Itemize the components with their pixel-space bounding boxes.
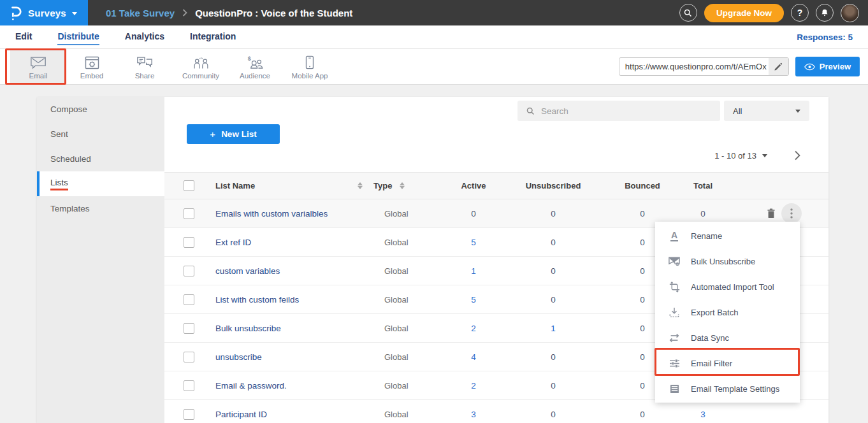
row-checkbox[interactable]: [184, 294, 194, 305]
pagination-range-dropdown[interactable]: 1 - 10 of 13: [714, 151, 767, 161]
template-settings-icon: [669, 383, 680, 394]
surveys-product-switcher[interactable]: Surveys: [0, 0, 88, 25]
list-name-link[interactable]: Bulk unsubscribe: [215, 324, 372, 333]
active-count[interactable]: 2: [448, 381, 499, 391]
active-count[interactable]: 0: [448, 209, 499, 219]
row-checkbox[interactable]: [184, 208, 194, 219]
list-name-link[interactable]: Ext ref ID: [215, 238, 372, 247]
table-row[interactable]: Participant ID Global 3 0 0 3: [164, 400, 828, 423]
new-list-button[interactable]: + New List: [187, 124, 280, 144]
column-header-unsubscribed: Unsubscribed: [499, 181, 607, 190]
unsubscribed-count[interactable]: 0: [499, 381, 607, 391]
active-count[interactable]: 5: [448, 238, 499, 247]
bounced-count[interactable]: 0: [607, 410, 677, 419]
total-count[interactable]: 0: [677, 209, 728, 219]
unsubscribed-count[interactable]: 0: [499, 352, 607, 362]
pagination-next-button[interactable]: [794, 150, 800, 161]
active-count[interactable]: 2: [448, 324, 499, 333]
top-bar: Surveys 01 Take Survey QuestionPro : Voi…: [0, 0, 868, 25]
column-header-list-name: List Name: [215, 181, 255, 190]
unsubscribed-count[interactable]: 0: [499, 295, 607, 305]
unsubscribed-count[interactable]: 0: [499, 266, 607, 276]
active-count[interactable]: 5: [448, 295, 499, 305]
list-search-input[interactable]: [541, 106, 720, 116]
list-filter-dropdown[interactable]: All: [724, 101, 809, 121]
sidebar-item-sent[interactable]: Sent: [37, 122, 164, 147]
menu-item-bulk-unsubscribe[interactable]: Bulk Unsubscribe: [655, 248, 800, 274]
active-count[interactable]: 4: [448, 352, 499, 362]
help-button[interactable]: ?: [791, 4, 809, 22]
envelope-icon: [30, 54, 47, 69]
toolbar-item-embed[interactable]: Embed: [66, 49, 117, 85]
user-avatar[interactable]: [841, 4, 859, 22]
import-crop-icon: [669, 281, 680, 292]
search-icon: [526, 106, 535, 116]
trash-icon: [766, 208, 776, 219]
tab-distribute[interactable]: Distribute: [57, 29, 99, 45]
list-name-link[interactable]: custom variables: [215, 266, 372, 276]
row-checkbox[interactable]: [184, 352, 194, 362]
active-count[interactable]: 3: [448, 410, 499, 419]
upgrade-now-button[interactable]: Upgrade Now: [704, 4, 784, 22]
sort-type-icon[interactable]: [400, 182, 405, 189]
sidebar-item-templates[interactable]: Templates: [37, 196, 164, 221]
active-count[interactable]: 1: [448, 266, 499, 276]
menu-item-email-template-settings[interactable]: Email Template Settings: [655, 376, 800, 401]
edit-url-button[interactable]: [769, 58, 788, 75]
tab-integration[interactable]: Integration: [190, 29, 236, 45]
mobile-phone-icon: [305, 54, 315, 69]
distribute-toolbar: Email Embed Share Community $ Audience M…: [0, 49, 868, 85]
list-name-link[interactable]: List with custom feilds: [215, 295, 372, 305]
list-name-link[interactable]: Emails with custom varialbles: [215, 209, 372, 219]
toolbar-item-audience[interactable]: $ Audience: [229, 49, 280, 85]
row-checkbox[interactable]: [184, 409, 194, 420]
tab-edit[interactable]: Edit: [15, 29, 32, 45]
menu-item-data-sync[interactable]: Data Sync: [655, 325, 800, 350]
audience-dollar-icon: $: [247, 54, 264, 69]
menu-item-email-filter[interactable]: Email Filter: [655, 350, 800, 376]
row-menu-button[interactable]: [781, 203, 802, 224]
notifications-button[interactable]: [816, 4, 834, 22]
breadcrumb: 01 Take Survey QuestionPro : Voice of th…: [106, 8, 352, 18]
row-checkbox[interactable]: [184, 266, 194, 276]
preview-button[interactable]: Preview: [795, 57, 860, 76]
toolbar-item-email[interactable]: Email: [10, 49, 66, 85]
bell-icon: [820, 8, 829, 17]
sort-list-name-icon[interactable]: [358, 182, 363, 189]
global-search-button[interactable]: [679, 4, 697, 22]
delete-list-button[interactable]: [763, 205, 779, 222]
row-checkbox[interactable]: [184, 323, 194, 334]
sidebar-item-scheduled[interactable]: Scheduled: [37, 147, 164, 171]
toolbar-item-share[interactable]: Share: [117, 49, 172, 85]
list-name-link[interactable]: Participant ID: [215, 410, 372, 419]
top-bar-actions: Upgrade Now ?: [679, 4, 868, 22]
menu-item-rename[interactable]: A Rename: [655, 223, 800, 248]
bulk-unsubscribe-icon: [669, 255, 680, 267]
row-checkbox[interactable]: [184, 237, 194, 248]
select-all-checkbox[interactable]: [184, 180, 194, 191]
chevron-down-icon: [762, 154, 767, 157]
menu-item-automated-import-tool[interactable]: Automated Import Tool: [655, 274, 800, 299]
menu-item-export-batch[interactable]: Export Batch: [655, 299, 800, 325]
unsubscribed-count[interactable]: 0: [499, 410, 607, 419]
toolbar-item-community[interactable]: Community: [172, 49, 229, 85]
sidebar-item-lists[interactable]: Lists: [37, 171, 164, 196]
row-checkbox[interactable]: [184, 380, 194, 391]
tab-analytics[interactable]: Analytics: [125, 29, 164, 45]
unsubscribed-count[interactable]: 0: [499, 209, 607, 219]
breadcrumb-survey-link[interactable]: 01 Take Survey: [106, 8, 175, 18]
unsubscribed-count[interactable]: 1: [499, 324, 607, 333]
responses-count[interactable]: Responses: 5: [797, 32, 853, 42]
page-title: QuestionPro : Voice of the Student: [195, 8, 352, 18]
list-name-link[interactable]: Email & password.: [215, 381, 372, 391]
rename-icon: A: [669, 230, 680, 241]
survey-url-input[interactable]: [619, 62, 769, 71]
list-name-link[interactable]: unsubscribe: [215, 352, 372, 362]
sidebar-item-compose[interactable]: Compose: [37, 97, 164, 122]
share-bubbles-icon: [136, 54, 153, 69]
toolbar-item-mobile-app[interactable]: Mobile App: [280, 49, 339, 85]
unsubscribed-count[interactable]: 0: [499, 238, 607, 247]
total-count[interactable]: 3: [677, 410, 728, 419]
bounced-count[interactable]: 0: [607, 209, 677, 219]
table-header-row: List Name Type Active Unsubscribed Bounc…: [164, 172, 828, 199]
